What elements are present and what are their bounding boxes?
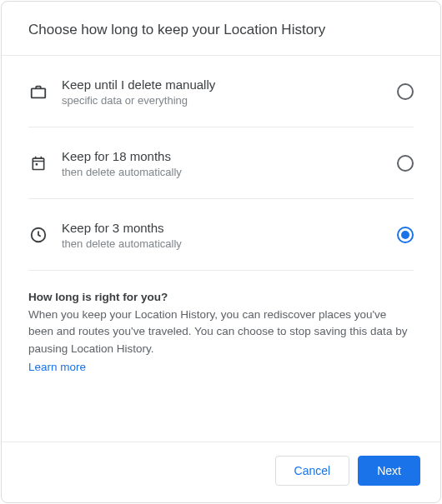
option-keep-3-months[interactable]: Keep for 3 months then delete automatica…	[28, 199, 414, 271]
clock-icon	[28, 225, 48, 245]
option-keep-18-months[interactable]: Keep for 18 months then delete automatic…	[28, 127, 414, 199]
option-keep-manual[interactable]: Keep until I delete manually specific da…	[28, 56, 414, 127]
option-subtitle: then delete automatically	[62, 166, 397, 178]
option-subtitle: specific data or everything	[62, 94, 397, 107]
learn-more-link[interactable]: Learn more	[28, 361, 86, 373]
info-heading: How long is right for you?	[28, 291, 414, 303]
option-title: Keep for 18 months	[62, 147, 397, 165]
options-list: Keep until I delete manually specific da…	[2, 56, 440, 271]
dialog-footer: Cancel Next	[2, 442, 440, 502]
info-section: How long is right for you? When you keep…	[2, 271, 440, 442]
info-text: When you keep your Location History, you…	[28, 307, 414, 357]
dialog-title: Choose how long to keep your Location Hi…	[28, 22, 420, 38]
option-title: Keep for 3 months	[62, 219, 397, 237]
option-text: Keep until I delete manually specific da…	[62, 76, 397, 107]
briefcase-icon	[28, 82, 48, 102]
option-text: Keep for 18 months then delete automatic…	[62, 147, 397, 178]
svg-rect-0	[32, 88, 46, 97]
calendar-icon	[28, 153, 48, 173]
radio-button[interactable]	[397, 227, 414, 243]
dialog-header: Choose how long to keep your Location Hi…	[2, 2, 440, 56]
option-subtitle: then delete automatically	[62, 237, 397, 250]
cancel-button[interactable]: Cancel	[275, 456, 350, 486]
option-text: Keep for 3 months then delete automatica…	[62, 219, 397, 250]
radio-button[interactable]	[397, 155, 414, 172]
next-button[interactable]: Next	[358, 456, 420, 486]
radio-button[interactable]	[397, 83, 414, 100]
dialog: Choose how long to keep your Location Hi…	[1, 1, 441, 503]
option-title: Keep until I delete manually	[62, 76, 397, 93]
